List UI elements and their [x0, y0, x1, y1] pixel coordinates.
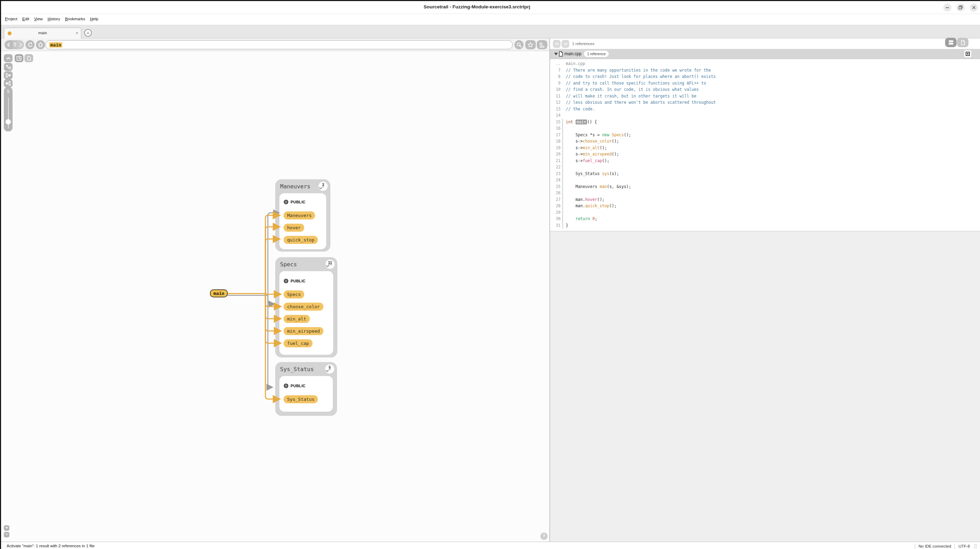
cluster-collapse-badge[interactable]: 3 — [318, 182, 328, 191]
trail-outgoing-button[interactable] — [4, 71, 13, 79]
maximize-snippet-button[interactable] — [964, 50, 971, 57]
graph-node-min_alt[interactable]: min_alt — [283, 315, 310, 323]
cluster-collapse-badge[interactable]: 5 — [325, 364, 334, 373]
code-line-23[interactable]: 23 Sys_Status sys(s); — [550, 171, 980, 177]
depth-slider-handle[interactable] — [6, 119, 11, 124]
menu-history[interactable]: History — [45, 14, 62, 24]
graph-node-min_airspeed[interactable]: min_airspeed — [283, 327, 323, 335]
code-line-29[interactable]: 29 — [550, 209, 980, 216]
maximize-button[interactable] — [956, 3, 965, 11]
tab-close-button[interactable]: × — [75, 30, 78, 36]
status-message[interactable]: Activate "main": 1 result with 2 referen… — [6, 544, 95, 548]
collapse-file-icon[interactable] — [554, 53, 558, 55]
code-line-22[interactable]: 22 — [550, 164, 980, 171]
code-line-21[interactable]: 21 s->fuel_cap(); — [550, 158, 980, 164]
graph-cluster-Specs[interactable]: Specs11PUBLICSpecschoose_colormin_altmin… — [275, 257, 337, 357]
file-title-bar[interactable]: main.cpp 1 reference — [550, 49, 980, 59]
graph-node-fuel_cap[interactable]: fuel_cap — [283, 339, 313, 347]
graph-panel[interactable]: Maneuvers3PUBLICManeuvershoverquick_stop… — [1, 51, 549, 542]
chevron-right-icon — [18, 42, 23, 48]
graph-cluster-Sys_Status[interactable]: Sys_Status5PUBLICSys_Status — [275, 362, 337, 416]
next-reference-button[interactable] — [562, 40, 569, 48]
menu-bookmarks[interactable]: Bookmarks — [62, 14, 88, 24]
chevron-down-icon — [563, 41, 568, 46]
graph-node-quick_stop[interactable]: quick_stop — [283, 236, 318, 244]
graph-node-hover[interactable]: hover — [283, 223, 304, 232]
menu-help[interactable]: Help — [88, 14, 101, 24]
code-line-15[interactable]: 15int main() { — [550, 119, 980, 126]
scope-bar — [562, 138, 563, 145]
globe-icon — [283, 279, 288, 283]
line-content: // There are many opportunities in the c… — [566, 67, 711, 74]
forward-button[interactable] — [17, 40, 24, 49]
line-content: main.cpp — [566, 61, 585, 67]
history-list-icon — [13, 42, 17, 48]
code-line-9[interactable]: 9// and try to call those specific funct… — [550, 80, 980, 87]
graph-node-Specs[interactable]: Specs — [283, 290, 304, 298]
scope-bar — [562, 164, 563, 171]
search-button[interactable] — [514, 40, 523, 49]
star-icon — [527, 41, 534, 48]
toolbar: main — [1, 38, 550, 51]
trail-incoming-button[interactable] — [4, 79, 13, 87]
help-button[interactable]: ? — [540, 533, 547, 540]
line-content: // find a crash. In our code, it is obvi… — [566, 86, 699, 93]
code-line-19[interactable]: 19 s->min_alt(); — [550, 145, 980, 151]
scope-bar — [562, 158, 563, 164]
close-button[interactable] — [970, 3, 978, 11]
bookmark-list-button[interactable] — [537, 40, 547, 49]
graph-file-button[interactable] — [24, 54, 33, 62]
back-button[interactable] — [5, 40, 13, 49]
search-input[interactable]: main — [45, 40, 513, 49]
menu-edit[interactable]: Edit — [20, 14, 32, 24]
resize-grip-icon[interactable] — [974, 544, 977, 549]
snippet-list-view-button[interactable] — [945, 38, 956, 47]
minimize-button[interactable] — [943, 3, 951, 11]
code-line-30[interactable]: 30 return 0; — [550, 215, 980, 222]
code-line-25[interactable]: 25 Maneuvers man(s, &sys); — [550, 184, 980, 190]
file-name[interactable]: main.cpp — [565, 51, 582, 56]
code-line-13[interactable]: 13// the code. — [550, 106, 980, 113]
code-line-14[interactable]: 14 — [550, 112, 980, 119]
single-file-view-button[interactable] — [957, 38, 969, 47]
code-line-17[interactable]: 17 Specs *s = new Specs(); — [550, 132, 980, 138]
encoding-label: UTF-8 — [958, 544, 970, 548]
file-reference-badge: 1 reference — [584, 51, 609, 57]
code-line-16[interactable]: 16 — [550, 125, 980, 132]
previous-reference-button[interactable] — [553, 40, 560, 48]
code-line-10[interactable]: 10// find a crash. In our code, it is ob… — [550, 86, 980, 93]
code-line-24[interactable]: 24 — [550, 177, 980, 184]
custom-trail-button[interactable] — [4, 63, 13, 71]
code-line-26[interactable]: 26 — [550, 190, 980, 196]
code-line-7[interactable]: 7// There are many opportunities in the … — [550, 67, 980, 74]
code-line-8[interactable]: 8// code to crash! Just look for places … — [550, 73, 980, 80]
cluster-collapse-badge[interactable]: 11 — [326, 260, 334, 269]
menu-project[interactable]: Project — [2, 14, 20, 24]
graph-node-main[interactable]: main — [210, 289, 228, 297]
new-tab-button[interactable]: + — [84, 29, 92, 37]
code-line-11[interactable]: 11// will make it crash, but in other ta… — [550, 93, 980, 100]
graph-export-button[interactable] — [15, 54, 24, 62]
collapse-toolbar-button[interactable] — [4, 54, 13, 62]
code-snippet[interactable]: ..main.cpp7// There are many opportuniti… — [550, 59, 980, 231]
graph-node-choose_color[interactable]: choose_color — [283, 303, 323, 311]
ide-connection-status[interactable]: No IDE connected — [918, 544, 951, 548]
menu-view[interactable]: View — [32, 14, 45, 24]
bookmark-button[interactable] — [525, 40, 536, 49]
code-line-27[interactable]: 27 man.hover(); — [550, 196, 980, 203]
code-line-12[interactable]: 12// less obvious and there won't be abo… — [550, 99, 980, 106]
code-line-31[interactable]: 31} — [550, 222, 980, 229]
code-line-18[interactable]: 18 s->choose_color(); — [550, 138, 980, 145]
zoom-out-button[interactable]: − — [4, 532, 10, 538]
scope-row[interactable]: ..main.cpp — [550, 61, 980, 67]
graph-cluster-Maneuvers[interactable]: Maneuvers3PUBLICManeuvershoverquick_stop — [275, 179, 330, 252]
code-line-20[interactable]: 20 s->min_airspeed(); — [550, 151, 980, 158]
tab-main[interactable]: main × — [4, 28, 81, 38]
history-dropdown-button[interactable] — [13, 40, 17, 49]
refresh-button[interactable] — [25, 40, 35, 49]
zoom-in-button[interactable]: + — [4, 525, 10, 531]
code-line-28[interactable]: 28 man.quick_stop(); — [550, 203, 980, 209]
home-button[interactable] — [36, 40, 45, 49]
graph-node-Sys_Status[interactable]: Sys_Status — [283, 395, 318, 403]
graph-node-Maneuvers[interactable]: Maneuvers — [283, 211, 315, 219]
